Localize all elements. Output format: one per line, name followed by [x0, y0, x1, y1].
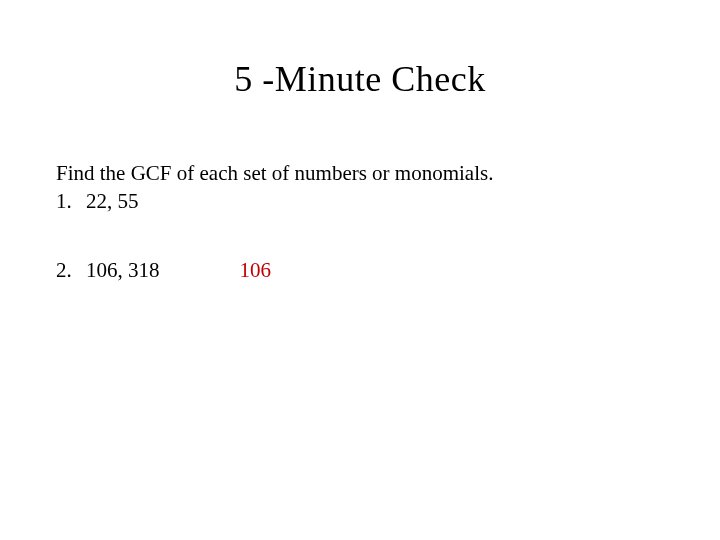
page-title: 5 -Minute Check	[0, 0, 720, 100]
problem-2-number: 2.	[56, 257, 86, 283]
problem-2-answer: 106	[240, 257, 272, 283]
content-area: Find the GCF of each set of numbers or m…	[0, 100, 720, 283]
problem-2-text: 106, 318	[86, 257, 160, 283]
problem-1: 1. 22, 55	[56, 188, 720, 214]
instruction-text: Find the GCF of each set of numbers or m…	[56, 160, 720, 186]
problem-1-text: 22, 55	[86, 188, 139, 214]
problem-1-number: 1.	[56, 188, 86, 214]
problem-2: 2. 106, 318 106	[56, 257, 720, 283]
